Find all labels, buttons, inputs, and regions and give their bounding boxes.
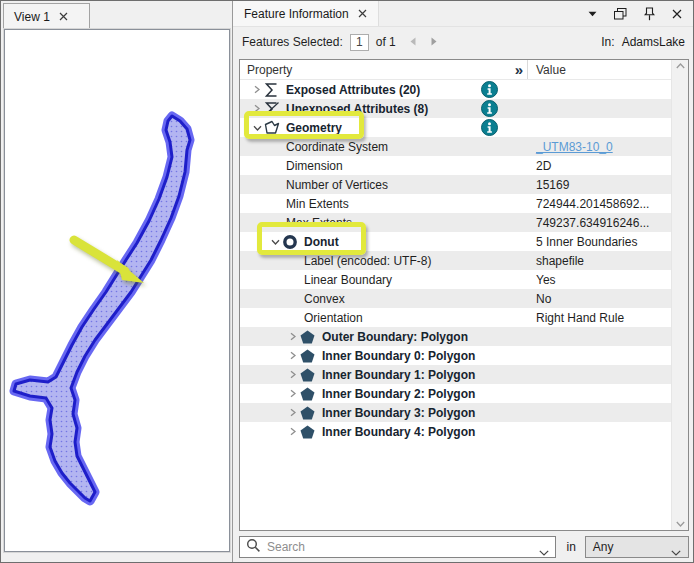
tab-view1[interactable]: View 1 xyxy=(3,3,90,30)
value-text: 2D xyxy=(528,159,671,173)
table-row[interactable]: Donut5 Inner Boundaries xyxy=(240,232,671,251)
chevron-down-icon[interactable] xyxy=(268,238,282,246)
search-scope-value: Any xyxy=(593,540,614,554)
next-feature-button[interactable] xyxy=(430,35,438,49)
scroll-up-icon[interactable] xyxy=(672,63,688,69)
value-column-header: Value xyxy=(528,63,688,77)
property-label: Linear Boundary xyxy=(304,273,392,287)
tab-feature-information-label: Feature Information xyxy=(244,7,349,21)
property-label: Inner Boundary 0: Polygon xyxy=(322,349,475,363)
property-label: Inner Boundary 4: Polygon xyxy=(322,425,475,439)
property-label: Geometry xyxy=(286,121,342,135)
chevron-down-icon[interactable] xyxy=(539,545,549,559)
info-icon[interactable] xyxy=(481,119,498,139)
chevron-down-icon xyxy=(671,545,681,559)
property-label: Exposed Attributes (20) xyxy=(286,83,420,97)
in-label: In: xyxy=(601,35,614,49)
search-scope-dropdown[interactable]: Any xyxy=(585,536,689,558)
table-row[interactable]: Min Extents724944.201458692... xyxy=(240,194,671,213)
value-text: 15169 xyxy=(528,178,671,192)
property-table: Property » Value Exposed Attributes (20)… xyxy=(239,59,689,531)
search-icon xyxy=(246,538,261,556)
table-row[interactable]: Inner Boundary 4: Polygon xyxy=(240,422,671,441)
feature-total-label: of 1 xyxy=(376,35,396,49)
property-label: Min Extents xyxy=(286,197,349,211)
pentagon-icon xyxy=(300,406,322,420)
features-selected-label: Features Selected: xyxy=(242,35,343,49)
value-link[interactable]: _UTM83-10_0 xyxy=(528,140,671,154)
dropdown-caret-icon[interactable] xyxy=(588,11,597,17)
table-row[interactable]: Inner Boundary 0: Polygon xyxy=(240,346,671,365)
tab-view1-label: View 1 xyxy=(14,10,50,24)
property-column-header: Property xyxy=(247,63,292,77)
feature-info-titlebar: Feature Information xyxy=(233,1,694,27)
table-row[interactable]: Outer Boundary: Polygon xyxy=(240,327,671,346)
property-label: Orientation xyxy=(304,311,363,325)
value-text: No xyxy=(528,292,671,306)
value-text: Right Hand Rule xyxy=(528,311,671,325)
chevron-right-icon[interactable] xyxy=(250,85,264,94)
previous-feature-button[interactable] xyxy=(409,35,417,49)
chevron-right-icon[interactable] xyxy=(250,104,264,113)
table-row[interactable]: Geometry xyxy=(240,118,671,137)
chevron-right-icon[interactable] xyxy=(286,408,300,417)
property-label: Max Extents xyxy=(286,216,352,230)
info-icon[interactable] xyxy=(481,100,498,120)
property-label: Number of Vertices xyxy=(286,178,388,192)
table-row[interactable]: Max Extents749237.634916246... xyxy=(240,213,671,232)
property-label: Dimension xyxy=(286,159,343,173)
float-window-icon[interactable] xyxy=(614,8,627,20)
info-icon[interactable] xyxy=(481,81,498,101)
table-row[interactable]: Exposed Attributes (20) xyxy=(240,80,671,99)
table-row[interactable]: Inner Boundary 3: Polygon xyxy=(240,403,671,422)
sigma-icon xyxy=(264,83,286,97)
pentagon-icon xyxy=(300,368,322,382)
property-label: Coordinate System xyxy=(286,140,388,154)
expand-columns-button[interactable]: » xyxy=(515,60,523,79)
chevron-right-icon[interactable] xyxy=(286,427,300,436)
chevron-down-icon[interactable] xyxy=(250,124,264,132)
geometry-icon xyxy=(264,120,286,135)
chevron-right-icon[interactable] xyxy=(286,370,300,379)
table-row[interactable]: Coordinate System_UTM83-10_0 xyxy=(240,137,671,156)
property-label: Convex xyxy=(304,292,345,306)
tab-feature-information[interactable]: Feature Information xyxy=(233,1,379,26)
table-row[interactable]: Linear BoundaryYes xyxy=(240,270,671,289)
scroll-down-icon[interactable] xyxy=(672,521,688,527)
app-window: View 1 xyxy=(0,0,694,563)
table-row[interactable]: Dimension2D xyxy=(240,156,671,175)
donut-icon xyxy=(282,234,304,250)
value-text: 5 Inner Boundaries xyxy=(528,235,671,249)
table-row[interactable]: Number of Vertices15169 xyxy=(240,175,671,194)
table-row[interactable]: Unexposed Attributes (8) xyxy=(240,99,671,118)
close-icon[interactable] xyxy=(59,10,68,24)
search-input[interactable] xyxy=(267,540,533,554)
annotation-arrow-icon xyxy=(60,228,156,298)
chevron-right-icon[interactable] xyxy=(286,351,300,360)
close-icon[interactable] xyxy=(358,7,367,21)
chevron-right-icon[interactable] xyxy=(286,389,300,398)
map-viewport[interactable] xyxy=(4,29,230,552)
property-label: Inner Boundary 3: Polygon xyxy=(322,406,475,420)
table-row[interactable]: Inner Boundary 1: Polygon xyxy=(240,365,671,384)
search-combo[interactable] xyxy=(239,536,556,558)
property-label: Inner Boundary 1: Polygon xyxy=(322,368,475,382)
table-row[interactable]: OrientationRight Hand Rule xyxy=(240,308,671,327)
close-icon[interactable] xyxy=(672,9,682,19)
search-bar: in Any xyxy=(239,535,689,559)
search-in-label: in xyxy=(566,540,575,554)
pentagon-icon xyxy=(300,425,322,439)
pentagon-icon xyxy=(300,387,322,401)
pin-icon[interactable] xyxy=(644,7,655,21)
table-row[interactable]: ConvexNo xyxy=(240,289,671,308)
table-row[interactable]: Inner Boundary 2: Polygon xyxy=(240,384,671,403)
vertical-scrollbar[interactable] xyxy=(671,60,688,530)
view-pane: View 1 xyxy=(1,1,232,562)
current-feature-input[interactable]: 1 xyxy=(350,34,369,51)
value-text: Yes xyxy=(528,273,671,287)
feature-selection-toolbar: Features Selected: 1 of 1 In: AdamsLake xyxy=(233,27,694,57)
value-text: 749237.634916246... xyxy=(528,216,671,230)
value-text: shapefile xyxy=(528,254,671,268)
chevron-right-icon[interactable] xyxy=(286,332,300,341)
table-row[interactable]: Label (encoded: UTF-8)shapefile xyxy=(240,251,671,270)
